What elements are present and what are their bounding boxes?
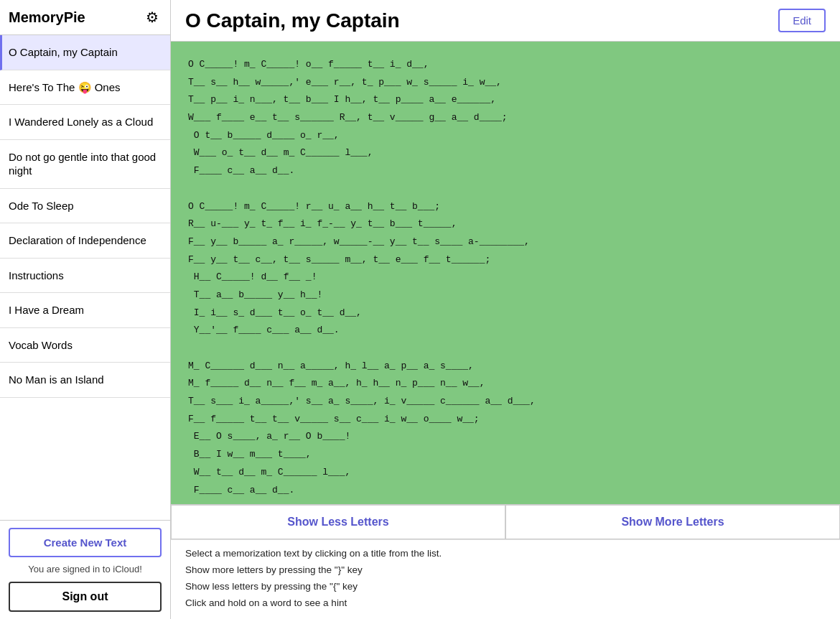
page-title: O Captain, my Captain [185,9,400,32]
gear-icon: ⚙ [146,9,159,25]
sidebar-item-heres-to[interactable]: Here's To The 😜 Ones [0,70,170,106]
sidebar-item-dream[interactable]: I Have a Dream [0,293,170,328]
show-less-button[interactable]: Show Less Letters [171,505,505,539]
sidebar-item-o-captain[interactable]: O Captain, my Captain [0,35,170,70]
poem-display: O C_____! m_ C_____! o__ f_____ t__ i_ d… [171,42,840,504]
edit-button[interactable]: Edit [778,9,826,32]
create-new-button[interactable]: Create New Text [9,528,162,557]
bottom-buttons: Show Less Letters Show More Letters [171,504,840,539]
sidebar-item-declaration[interactable]: Declaration of Independence [0,223,170,259]
main-content: O Captain, my Captain Edit O C_____! m_ … [171,0,840,619]
sign-out-button[interactable]: Sign out [9,582,162,612]
app-title: MemoryPie [9,9,85,26]
show-more-button[interactable]: Show More Letters [505,505,840,539]
sidebar-footer: Create New Text You are signed in to iCl… [0,520,170,619]
sidebar-item-vocab[interactable]: Vocab Words [0,328,170,363]
sidebar: MemoryPie ⚙ O Captain, my CaptainHere's … [0,0,171,619]
instruction-line: Show less letters by pressing the "{" ke… [185,579,826,595]
gear-button[interactable]: ⚙ [143,7,162,27]
sidebar-list: O Captain, my CaptainHere's To The 😜 One… [0,35,170,520]
sidebar-item-ode-to-sleep[interactable]: Ode To Sleep [0,189,170,224]
main-header: O Captain, my Captain Edit [171,0,840,42]
sidebar-item-instructions[interactable]: Instructions [0,259,170,294]
instructions-bar: Select a memorization text by clicking o… [171,539,840,619]
signed-in-text: You are signed in to iCloud! [28,563,142,576]
sidebar-item-island[interactable]: No Man is an Island [0,363,170,398]
sidebar-item-do-not-go[interactable]: Do not go gentle into that good night [0,140,170,189]
sidebar-header: MemoryPie ⚙ [0,0,170,35]
instruction-line: Show more letters by pressing the "}" ke… [185,562,826,579]
instruction-line: Select a memorization text by clicking o… [185,546,826,562]
sidebar-item-wandered[interactable]: I Wandered Lonely as a Cloud [0,105,170,140]
instruction-line: Click and hold on a word to see a hint [185,595,826,612]
